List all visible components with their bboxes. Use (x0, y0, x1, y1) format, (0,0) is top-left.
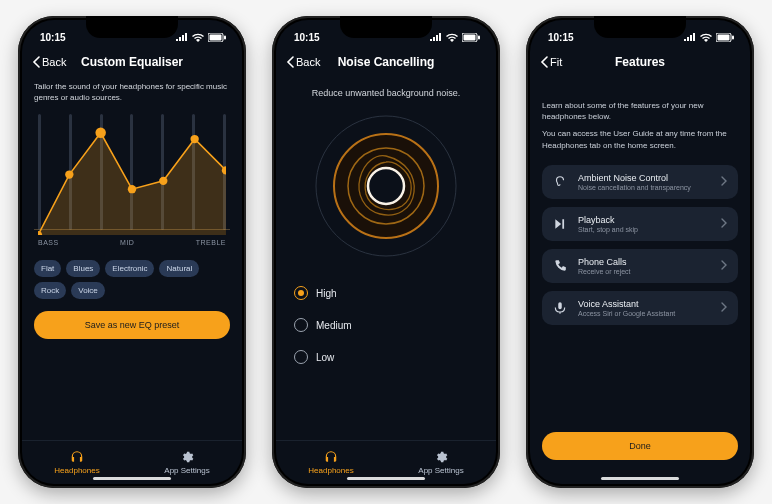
status-time: 10:15 (294, 32, 320, 43)
radio-icon (294, 286, 308, 300)
notch (340, 16, 432, 38)
home-indicator[interactable] (347, 477, 425, 480)
nav-bar: Fit Features (530, 54, 750, 76)
svg-point-8 (190, 134, 198, 142)
page-title: Features (530, 55, 750, 69)
eq-curve (38, 114, 226, 235)
notch (86, 16, 178, 38)
card-subtitle: Noise cancellation and transparency (578, 184, 711, 191)
svg-point-17 (368, 168, 404, 204)
radio-icon (294, 350, 308, 364)
card-title: Phone Calls (578, 257, 711, 267)
radio-label: Medium (316, 320, 352, 331)
radio-high[interactable]: High (294, 286, 484, 300)
headphones-icon (70, 450, 84, 464)
wifi-icon (192, 33, 204, 42)
nav-bar: Back Noise Cancelling (276, 54, 496, 76)
card-title: Ambient Noise Control (578, 173, 711, 183)
signal-icon (176, 33, 188, 41)
svg-rect-1 (210, 34, 222, 40)
subtitle: Reduce unwanted background noise. (288, 88, 484, 98)
feature-cards: Ambient Noise Control Noise cancellation… (542, 165, 738, 325)
card-ambient-noise[interactable]: Ambient Noise Control Noise cancellation… (542, 165, 738, 199)
nav-bar: Back Custom Equaliser (22, 54, 242, 76)
status-icons (176, 33, 226, 42)
radio-label: Low (316, 352, 334, 363)
card-subtitle: Receive or reject (578, 268, 711, 275)
svg-rect-11 (464, 34, 476, 40)
subtitle: Tailor the sound of your headphones for … (34, 82, 230, 104)
label-bass: BASS (38, 239, 59, 246)
signal-icon (430, 33, 442, 41)
page-title: Custom Equaliser (22, 55, 242, 69)
status-time: 10:15 (548, 32, 574, 43)
status-time: 10:15 (40, 32, 66, 43)
battery-icon (716, 33, 734, 42)
card-subtitle: Access Siri or Google Assistant (578, 310, 711, 317)
wifi-icon (446, 33, 458, 42)
content: Tailor the sound of your headphones for … (22, 76, 242, 440)
home-indicator[interactable] (93, 477, 171, 480)
preset-voice[interactable]: Voice (71, 282, 105, 299)
done-button[interactable]: Done (542, 432, 738, 460)
svg-point-7 (159, 176, 167, 184)
signal-icon (684, 33, 696, 41)
tab-label: Headphones (54, 466, 99, 475)
radio-icon (294, 318, 308, 332)
chevron-right-icon (721, 302, 728, 314)
preset-rock[interactable]: Rock (34, 282, 66, 299)
tab-label: App Settings (418, 466, 463, 475)
svg-rect-2 (224, 35, 226, 39)
screen: 10:15 Fit Features Learn about some of t… (530, 20, 750, 484)
preset-electronic[interactable]: Electronic (105, 260, 154, 277)
label-treble: TREBLE (196, 239, 226, 246)
chevron-right-icon (721, 260, 728, 272)
tab-label: Headphones (308, 466, 353, 475)
screen: 10:15 Back Noise Cancelling Reduce unwan… (276, 20, 496, 484)
radio-medium[interactable]: Medium (294, 318, 484, 332)
tab-label: App Settings (164, 466, 209, 475)
content: Reduce unwanted background noise. High (276, 76, 496, 440)
description-1: Learn about some of the features of your… (542, 100, 738, 122)
save-preset-button[interactable]: Save as new EQ preset (34, 311, 230, 339)
phone-2: 10:15 Back Noise Cancelling Reduce unwan… (272, 16, 500, 488)
home-indicator[interactable] (601, 477, 679, 480)
card-playback[interactable]: Playback Start, stop and skip (542, 207, 738, 241)
svg-rect-20 (732, 35, 734, 39)
description-2: You can access the User Guide at any tim… (542, 128, 738, 150)
screen: 10:15 Back Custom Equaliser Tailor the s… (22, 20, 242, 484)
battery-icon (462, 33, 480, 42)
radio-label: High (316, 288, 337, 299)
card-phone-calls[interactable]: Phone Calls Receive or reject (542, 249, 738, 283)
play-pause-icon (552, 217, 568, 231)
notch (594, 16, 686, 38)
card-title: Playback (578, 215, 711, 225)
gear-icon (434, 450, 448, 464)
card-voice-assistant[interactable]: Voice Assistant Access Siri or Google As… (542, 291, 738, 325)
phone-icon (552, 259, 568, 273)
preset-natural[interactable]: Natural (159, 260, 199, 277)
svg-rect-19 (718, 34, 730, 40)
svg-rect-12 (478, 35, 480, 39)
noise-cancel-dial[interactable] (306, 106, 466, 266)
status-icons (430, 33, 480, 42)
eq-axis-labels: BASS MID TREBLE (38, 239, 226, 246)
label-mid: MID (120, 239, 134, 246)
gear-icon (180, 450, 194, 464)
svg-point-5 (95, 127, 105, 137)
phone-3: 10:15 Fit Features Learn about some of t… (526, 16, 754, 488)
preset-flat[interactable]: Flat (34, 260, 61, 277)
wifi-icon (700, 33, 712, 42)
equaliser-chart[interactable]: BASS MID TREBLE (34, 114, 230, 246)
card-title: Voice Assistant (578, 299, 711, 309)
content: Learn about some of the features of your… (530, 76, 750, 484)
radio-low[interactable]: Low (294, 350, 484, 364)
preset-list: Flat Blues Electronic Natural Rock Voice (34, 260, 230, 299)
page-title: Noise Cancelling (276, 55, 496, 69)
preset-blues[interactable]: Blues (66, 260, 100, 277)
headphones-icon (324, 450, 338, 464)
battery-icon (208, 33, 226, 42)
svg-point-6 (128, 185, 136, 193)
chevron-right-icon (721, 176, 728, 188)
status-icons (684, 33, 734, 42)
